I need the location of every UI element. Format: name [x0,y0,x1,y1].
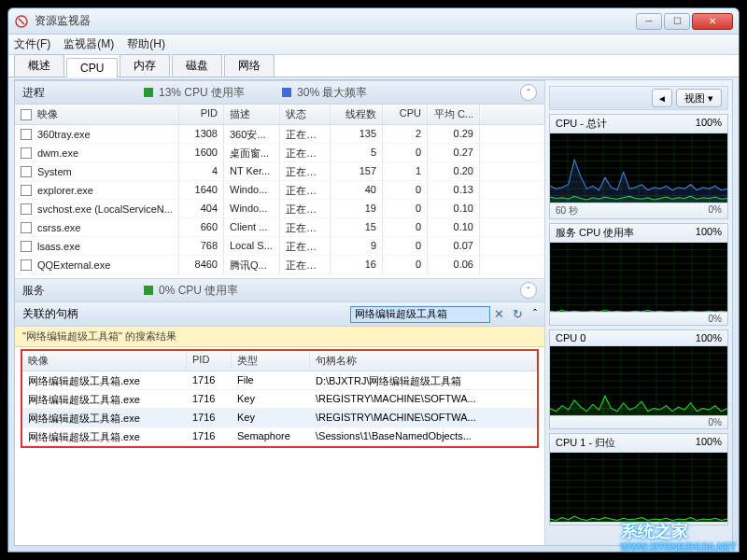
maximize-button[interactable]: ☐ [664,13,690,30]
table-row[interactable]: svchost.exe (LocalServiceN...404Windo...… [15,200,544,218]
table-row[interactable]: 网络编辑超级工具箱.exe1716Key\REGISTRY\MACHINE\SO… [22,390,537,409]
row-checkbox[interactable] [21,222,32,233]
menubar: 文件(F) 监视器(M) 帮助(H) [8,35,739,55]
table-row[interactable]: lsass.exe768Local S...正在运行900.07 [15,237,544,256]
charts-toolbar: ◄ 视图 ▾ [549,86,728,110]
table-row[interactable]: 网络编辑超级工具箱.exe1716Key\REGISTRY\MACHINE\SO… [22,409,537,427]
titlebar[interactable]: 资源监视器 ─ ☐ ✕ [8,8,739,35]
expand-services-button[interactable]: ˇ [520,282,537,299]
table-row[interactable]: QQExternal.exe8460腾讯Q...正在运行1600.06 [15,256,544,274]
max-freq-metric: 30% 最大频率 [297,85,367,101]
chart-footer-right: 0% [709,204,722,217]
chart-canvas [550,133,727,203]
chart-box: 服务 CPU 使用率100%0% [549,223,728,326]
freq-indicator-icon [282,88,291,97]
table-row[interactable]: 360tray.exe1308360安...正在运行13520.29 [15,125,544,144]
hcol-name[interactable]: 句柄名称 [310,351,537,371]
col-avg[interactable]: 平均 C... [428,105,480,124]
cpu-indicator-icon [144,88,153,97]
main-window: 资源监视器 ─ ☐ ✕ 文件(F) 监视器(M) 帮助(H) 概述 CPU 内存… [7,7,740,553]
tabs: 概述 CPU 内存 磁盘 网络 [8,55,739,77]
collapse-processes-button[interactable]: ˆ [520,84,537,101]
chart-title: 服务 CPU 使用率 [556,226,634,240]
chart-prev-button[interactable]: ◄ [652,89,672,107]
app-icon [14,14,29,29]
table-row[interactable]: explorer.exe1640Windo...正在运行4000.13 [15,181,544,200]
search-results-banner: "网络编辑超级工具箱" 的搜索结果 [15,327,544,347]
row-checkbox[interactable] [21,241,32,252]
services-label: 服务 [22,283,144,299]
table-row[interactable]: 网络编辑超级工具箱.exe1716FileD:\BJXTRJ\网络编辑超级工具箱 [22,371,537,390]
menu-file[interactable]: 文件(F) [14,36,50,52]
table-row[interactable]: dwm.exe1600桌面窗...正在运行500.27 [15,144,544,162]
chart-max: 100% [696,226,722,240]
col-status[interactable]: 状态 [280,105,331,124]
clear-search-button[interactable]: ✕ [494,307,509,322]
collapse-handles-button[interactable]: ˆ [533,308,537,321]
table-row[interactable]: System4NT Ker...正在运行15710.20 [15,162,544,181]
table-row[interactable]: 网络编辑超级工具箱.exe1716Semaphore\Sessions\1\Ba… [22,427,537,446]
select-all-checkbox[interactable] [21,109,32,120]
chart-footer-right: 0% [709,314,722,324]
window-title: 资源监视器 [35,13,636,29]
refresh-search-button[interactable]: ↻ [513,307,528,322]
handles-columns: 映像 PID 类型 句柄名称 [22,351,537,371]
row-checkbox[interactable] [21,147,32,159]
tab-network[interactable]: 网络 [224,54,275,77]
tab-overview[interactable]: 概述 [14,54,64,77]
row-checkbox[interactable] [21,166,32,177]
svc-indicator-icon [144,286,153,295]
chart-footer-left: 60 秒 [556,204,578,217]
col-image[interactable]: 映像 [37,107,58,121]
services-header[interactable]: 服务 0% CPU 使用率 ˇ [15,278,544,302]
cpu-usage-metric: 13% CPU 使用率 [159,85,245,101]
chart-canvas [550,243,727,312]
svc-usage-metric: 0% CPU 使用率 [159,283,238,299]
chart-canvas [550,453,727,522]
minimize-button[interactable]: ─ [636,13,662,30]
chart-box: CPU 0100%0% [549,329,728,429]
chart-max: 100% [696,117,722,131]
handles-label: 关联的句柄 [22,306,78,322]
chart-box: CPU - 总计100%60 秒0% [549,114,728,219]
handles-table[interactable]: 网络编辑超级工具箱.exe1716FileD:\BJXTRJ\网络编辑超级工具箱… [22,371,537,446]
processes-columns: 映像 PID 描述 状态 线程数 CPU 平均 C... [15,105,544,125]
menu-help[interactable]: 帮助(H) [127,36,165,52]
hcol-pid[interactable]: PID [187,351,232,371]
row-checkbox[interactable] [21,185,32,196]
chart-title: CPU - 总计 [556,117,607,131]
processes-label: 进程 [22,85,144,101]
chart-max: 100% [696,332,722,343]
handles-search-input[interactable] [350,306,490,323]
chart-title: CPU 0 [556,332,585,343]
menu-monitor[interactable]: 监视器(M) [63,36,114,52]
chart-title: CPU 1 - 归位 [556,436,615,450]
row-checkbox[interactable] [21,203,32,215]
processes-header[interactable]: 进程 13% CPU 使用率 30% 最大频率 ˆ [15,80,544,105]
col-cpu[interactable]: CPU [383,105,428,124]
chart-footer-right: 0% [709,417,722,427]
chart-box: CPU 1 - 归位100% [549,433,728,525]
col-pid[interactable]: PID [179,105,224,124]
col-threads[interactable]: 线程数 [331,105,383,124]
close-button[interactable]: ✕ [692,13,733,30]
chart-max: 100% [696,436,722,450]
tab-disk[interactable]: 磁盘 [172,54,222,77]
hcol-type[interactable]: 类型 [232,351,310,371]
col-desc[interactable]: 描述 [224,105,280,124]
row-checkbox[interactable] [21,259,32,271]
table-row[interactable]: csrss.exe660Client ...正在运行1500.10 [15,218,544,237]
row-checkbox[interactable] [21,129,32,140]
view-button[interactable]: 视图 ▾ [676,89,722,107]
hcol-image[interactable]: 映像 [22,351,187,371]
handles-header: 关联的句柄 ✕ ↻ ˆ [15,302,544,327]
tab-memory[interactable]: 内存 [120,54,170,77]
tab-cpu[interactable]: CPU [66,58,118,77]
chart-canvas [550,346,727,415]
charts-panel: ◄ 视图 ▾ CPU - 总计100%60 秒0%服务 CPU 使用率100%0… [545,80,732,545]
handles-results-box: 映像 PID 类型 句柄名称 网络编辑超级工具箱.exe1716FileD:\B… [21,349,539,448]
processes-table[interactable]: 360tray.exe1308360安...正在运行13520.29dwm.ex… [15,125,544,278]
